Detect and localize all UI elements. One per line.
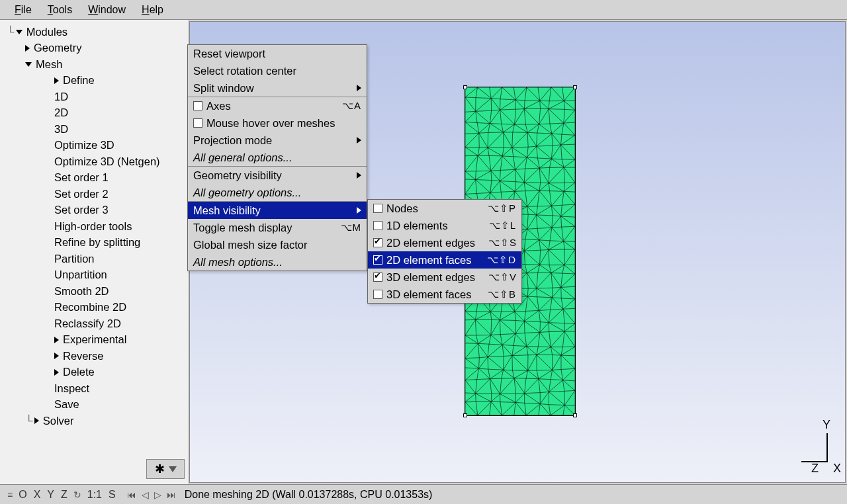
tree-item-set-order-2[interactable]: Set order 2 [7, 186, 189, 202]
ctx-axes[interactable]: Axes⌥A [188, 97, 367, 114]
ctx-all-general-options[interactable]: All general options... [188, 149, 367, 166]
gear-icon: ✱ [155, 462, 165, 476]
dropdown-icon [169, 466, 177, 472]
tree-item-reclassify-2d[interactable]: Reclassify 2D [7, 315, 189, 332]
ctx-all-mesh-options[interactable]: All mesh options... [188, 253, 367, 271]
ctx-nodes[interactable]: Nodes⌥⇧P [368, 200, 521, 217]
chevron-right-icon [54, 369, 59, 376]
tree-solver[interactable]: └ Solver [7, 413, 189, 429]
handle-tr[interactable] [573, 85, 577, 89]
tree-mesh[interactable]: Mesh [7, 56, 189, 73]
chevron-right-icon [54, 77, 59, 84]
ctx-all-geometry-options[interactable]: All geometry options... [188, 184, 367, 201]
tree-item-set-order-3[interactable]: Set order 3 [7, 202, 189, 219]
handle-tl[interactable] [463, 85, 467, 89]
sb-X[interactable]: X [31, 489, 44, 501]
ctx-projection-mode[interactable]: Projection mode [188, 132, 367, 149]
ctx-3d-element-faces[interactable]: 3D element faces⌥⇧B [368, 286, 521, 303]
rotate-icon[interactable]: ↻ [71, 489, 83, 500]
sb-ratio[interactable]: 1:1 [85, 489, 105, 501]
statusbar: ≡ O X Y Z ↻ 1:1 S ⏮ ◁ ▷ ⏭ Done meshing 2… [0, 484, 847, 504]
tree-item-optimize-3d-netgen-[interactable]: Optimize 3D (Netgen) [7, 153, 189, 170]
ctx-toggle-mesh-display[interactable]: Toggle mesh display⌥M [188, 219, 367, 236]
menu-file[interactable]: File [7, 1, 40, 19]
checkbox-icon [373, 238, 382, 247]
status-message: Done meshing 2D (Wall 0.0137288s, CPU 0.… [185, 489, 433, 501]
axis-y-label: Y [823, 418, 830, 432]
ctx-geometry-visibility[interactable]: Geometry visibility [188, 167, 367, 184]
chevron-right-icon [25, 45, 30, 52]
tree-item-3d[interactable]: 3D [7, 121, 189, 138]
module-tree: └ Modules Geometry Mesh Define1D2D3DOpti… [0, 20, 189, 429]
menu-help[interactable]: Help [134, 1, 171, 19]
sb-O[interactable]: O [16, 489, 29, 501]
ctx-3d-element-edges[interactable]: 3D element edges⌥⇧V [368, 269, 521, 286]
tree-item-unpartition[interactable]: Unpartition [7, 267, 189, 284]
sb-mode[interactable]: S [106, 489, 118, 501]
ctx-mesh-visibility[interactable]: Mesh visibility [188, 202, 367, 219]
ctx-reset-viewport[interactable]: Reset viewport [188, 45, 367, 62]
tree-item-save[interactable]: Save [7, 397, 189, 413]
tree-item-define[interactable]: Define [7, 73, 189, 89]
tree-item-high-order-tools[interactable]: High-order tools [7, 218, 189, 235]
checkbox-icon [193, 101, 202, 110]
menu-tools[interactable]: Tools [40, 1, 80, 19]
sidebar: └ Modules Geometry Mesh Define1D2D3DOpti… [0, 20, 189, 484]
tree-geometry[interactable]: Geometry [7, 40, 189, 57]
tree-item-refine-by-splitting[interactable]: Refine by splitting [7, 235, 189, 251]
handle-br[interactable] [573, 413, 577, 417]
ctx-mouse-hover[interactable]: Mouse hover over meshes [188, 114, 367, 132]
ctx-2d-element-faces[interactable]: 2D element faces⌥⇧D [368, 251, 521, 269]
sidebar-footer: ✱ [146, 459, 185, 479]
tree-item-recombine-2d[interactable]: Recombine 2D [7, 300, 189, 316]
tree-item-set-order-1[interactable]: Set order 1 [7, 170, 189, 187]
step-back-icon[interactable]: ◁ [140, 489, 151, 500]
context-submenu-mesh-visibility: Nodes⌥⇧P1D elements⌥⇧L2D element edges⌥⇧… [367, 199, 522, 304]
checkbox-icon [373, 204, 382, 213]
ctx-select-rotation-center[interactable]: Select rotation center [188, 62, 367, 79]
sb-Z[interactable]: Z [58, 489, 70, 501]
submenu-arrow-icon [357, 85, 361, 91]
context-menu-main: Reset viewport Select rotation center Sp… [187, 44, 367, 271]
tree-item-partition[interactable]: Partition [7, 251, 189, 267]
ctx-2d-element-edges[interactable]: 2D element edges⌥⇧S [368, 234, 521, 251]
menubar: File Tools Window Help [0, 0, 847, 20]
tree-item-delete[interactable]: Delete [7, 364, 189, 381]
main-area: └ Modules Geometry Mesh Define1D2D3DOpti… [0, 20, 847, 484]
submenu-arrow-icon [357, 172, 361, 179]
hamburger-icon[interactable]: ≡ [5, 489, 15, 500]
submenu-arrow-icon [357, 207, 361, 214]
rewind-icon[interactable]: ⏮ [125, 489, 138, 500]
axis-x-label: X [833, 462, 841, 476]
checkbox-icon [193, 118, 202, 128]
step-fwd-icon[interactable]: ⏭ [165, 489, 178, 500]
chevron-right-icon [54, 337, 59, 343]
chevron-down-icon [16, 30, 22, 34]
tree-item-smooth-2d[interactable]: Smooth 2D [7, 283, 189, 300]
ctx-global-mesh-size[interactable]: Global mesh size factor [188, 236, 367, 253]
play-icon[interactable]: ▷ [152, 489, 163, 500]
chevron-down-icon [25, 62, 32, 67]
settings-button[interactable]: ✱ [146, 459, 185, 479]
tree-item-2d[interactable]: 2D [7, 105, 189, 122]
ctx-1d-elements[interactable]: 1D elements⌥⇧L [368, 217, 521, 234]
checkbox-icon [373, 255, 382, 265]
checkbox-icon [373, 290, 382, 299]
chevron-right-icon [54, 353, 59, 359]
submenu-arrow-icon [357, 137, 361, 144]
tree-item-experimental[interactable]: Experimental [7, 332, 189, 349]
tree-item-inspect[interactable]: Inspect [7, 380, 189, 397]
tree-item-1d[interactable]: 1D [7, 89, 189, 105]
sb-Y[interactable]: Y [44, 489, 57, 501]
tree-item-reverse[interactable]: Reverse [7, 348, 189, 364]
handle-bl[interactable] [463, 413, 467, 417]
menu-window[interactable]: Window [80, 1, 134, 19]
ctx-split-window[interactable]: Split window [188, 79, 367, 97]
axis-y-arm [826, 433, 828, 462]
checkbox-icon [373, 221, 382, 230]
chevron-right-icon [34, 417, 39, 424]
checkbox-icon [373, 273, 382, 282]
tree-modules[interactable]: └ Modules [7, 24, 189, 40]
tree-item-optimize-3d[interactable]: Optimize 3D [7, 138, 189, 154]
viewport[interactable]: Y Z X Reset viewport Select rotation cen… [189, 21, 846, 483]
